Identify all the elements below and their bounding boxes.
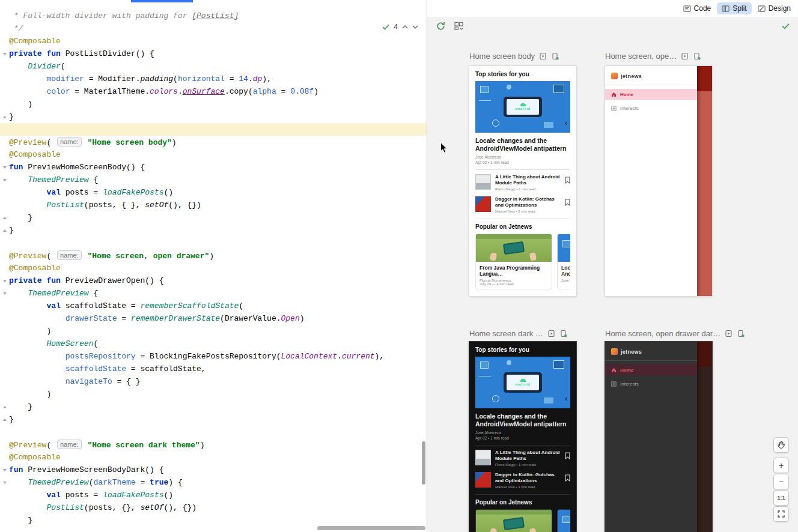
section-title: Popular on Jetnews [475,223,570,230]
post-title: Locale changes and the AndroidViewModel … [475,137,570,152]
bookmark-icon [565,198,570,208]
code-line: @Composable [0,451,427,464]
bookmark-icon [565,473,570,484]
code-line: ) [0,388,427,401]
home-icon [611,92,617,97]
code-line: PostList(posts, { }, setOf(), {}) [0,199,427,211]
hero-illustration: android ‹ [475,357,570,408]
zoom-actual-size-button[interactable]: 1:1 [773,490,789,506]
code-line: } [0,211,427,224]
code-line: @Composable [0,262,427,274]
popular-card: Locale changes and the Andr… Jose Alcerr… [557,509,570,532]
code-line: } [0,401,427,413]
fold-marker[interactable] [0,469,9,471]
code-line: val posts = loadFakePosts() [0,489,427,501]
zoom-in-button[interactable]: + [773,458,789,473]
fold-marker[interactable] [0,419,9,421]
run-on-device-icon[interactable] [559,330,567,337]
code-line: } [0,224,427,237]
view-options-icon[interactable] [454,22,465,31]
tab-code[interactable]: Code [678,2,716,14]
code-line: * Full-width divider with padding for [P… [0,10,427,22]
horizontal-scrollbar[interactable] [317,526,425,530]
phone-illustration: android [504,372,542,393]
fold-marker[interactable] [0,179,9,181]
fold-marker[interactable] [0,406,9,408]
preview-open-drawer[interactable]: jetnews Home Interests [605,66,712,296]
interests-icon [611,381,617,387]
fold-marker[interactable] [0,292,9,295]
fold-marker[interactable] [0,217,9,219]
tab-design[interactable]: Design [753,2,796,14]
app-bar-behind-drawer [697,342,712,367]
pan-tool-button[interactable] [773,437,789,453]
code-line: val scaffoldState = rememberScaffoldStat… [0,300,427,312]
code-editor-pane[interactable]: * Full-width divider with padding for [P… [0,0,427,532]
chevron-left-icon: ‹ [565,395,567,402]
drawer-item-interests: Interests [605,378,697,389]
fold-marker[interactable] [0,482,9,484]
code-editor[interactable]: * Full-width divider with padding for [P… [0,10,427,527]
preview-zoom-controls: + − 1:1 [773,437,789,522]
popular-card-illustration [476,234,552,262]
code-line: @Composable [0,35,427,47]
nav-drawer: jetnews Home Interests [605,342,697,532]
post-list-item: A Little Thing about Android Module Path… [475,450,570,467]
preview-home-screen-body[interactable]: Top stories for you android ‹ Locale cha… [469,66,576,296]
fold-marker[interactable] [0,116,9,118]
run-on-device-icon[interactable] [551,52,559,60]
popular-card: Locale changes and the Andr… Jose Alcerr… [557,234,570,289]
code-line: navigateTo = { } [0,375,427,388]
build-status-ok-icon [782,23,790,29]
post-thumbnail [475,472,491,488]
interactive-preview-icon[interactable] [547,330,555,337]
tab-split[interactable]: Split [717,2,751,14]
editor-mode-toggle: Code Split Design [427,0,798,17]
next-problem-icon[interactable] [412,25,418,29]
mouse-cursor [440,142,449,157]
tab-code-label: Code [694,4,711,13]
drawer-item-home: Home [605,89,697,100]
preview-header-home-screen-body: Home screen body [469,52,559,61]
android-studio-split-view: * Full-width divider with padding for [P… [0,0,798,532]
popular-carousel: From Java Programming Langua… Florina Mu… [475,234,570,289]
tab-split-label: Split [733,4,746,13]
post-meta: Apr 02 • 1 min read [475,160,570,165]
interactive-preview-icon[interactable] [725,330,733,337]
inspection-widget[interactable]: 4 [380,22,421,32]
build-refresh-icon[interactable] [436,21,446,31]
active-tab-indicator [131,0,193,2]
app-bar-behind-drawer [697,66,712,91]
zoom-out-button[interactable]: − [773,474,789,489]
code-line: drawerState = rememberDrawerState(Drawer… [0,312,427,325]
fold-marker[interactable] [0,53,9,55]
code-line: @Composable [0,148,427,161]
vertical-scrollbar[interactable] [422,441,425,485]
code-mode-icon [683,5,691,13]
zoom-to-fit-button[interactable] [773,506,789,522]
preview-label: Home screen, ope… [605,52,677,61]
chevron-left-icon: ‹ [565,119,567,127]
preview-open-drawer-dark[interactable]: jetnews Home Interests [605,342,712,532]
preview-label: Home screen dark … [469,329,543,338]
code-line: } [0,413,427,426]
app-content-behind-drawer [697,342,712,532]
code-line: ThemedPreview { [0,287,427,300]
run-on-device-icon[interactable] [737,330,745,337]
preview-dark-theme[interactable]: Top stories for you android ‹ Locale cha… [469,342,576,532]
code-line: ThemedPreview(darkTheme = true) { [0,476,427,489]
run-on-device-icon[interactable] [693,52,701,60]
fold-marker[interactable] [0,166,9,169]
preview-label: Home screen, open drawer dar… [605,329,720,338]
post-list-item: A Little Thing about Android Module Path… [475,174,570,191]
popular-card: From Java Programming Langua… Florina Mu… [475,234,552,289]
tab-design-label: Design [769,4,791,13]
app-content-behind-drawer [697,66,712,296]
post-thumbnail [475,450,491,465]
prev-problem-icon[interactable] [402,25,408,29]
fold-marker[interactable] [0,229,9,232]
interactive-preview-icon[interactable] [681,52,689,60]
code-line: PostList(posts, {}, setOf(), {}) [0,501,427,514]
interactive-preview-icon[interactable] [539,52,547,60]
fold-marker[interactable] [0,280,9,282]
